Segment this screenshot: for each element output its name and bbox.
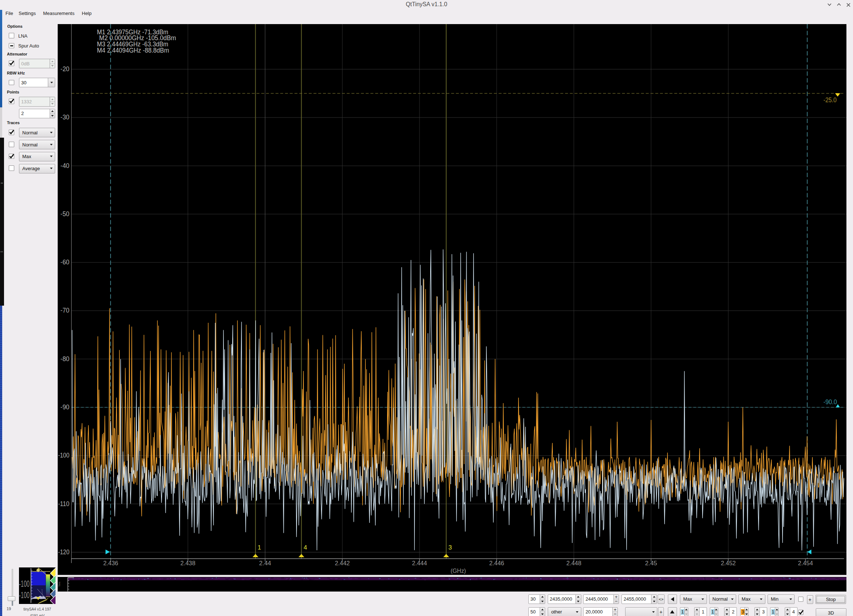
svg-text:-70: -70: [61, 306, 70, 314]
svg-text:2.44: 2.44: [259, 560, 271, 566]
svg-text:-25.0: -25.0: [823, 96, 836, 104]
svg-text:-100: -100: [58, 451, 69, 459]
svg-text:4: 4: [304, 544, 307, 551]
svg-text:(GHz): (GHz): [451, 568, 466, 574]
svg-text:2.436: 2.436: [103, 560, 118, 566]
svg-text:2.442: 2.442: [335, 560, 350, 566]
svg-text:-60: -60: [61, 258, 70, 266]
svg-text:-100: -100: [19, 590, 30, 600]
svg-text:3: 3: [448, 544, 452, 551]
svg-text:2.454: 2.454: [798, 560, 813, 566]
svg-text:-90: -90: [61, 403, 70, 411]
svg-text:2.452: 2.452: [721, 560, 736, 566]
svg-text:1: 1: [258, 544, 261, 551]
svg-text:-100: -100: [19, 579, 30, 589]
svg-text:2.448: 2.448: [566, 560, 581, 566]
svg-text:-50: -50: [61, 210, 70, 218]
svg-text:M4 2.44094GHz -88.8dBm: M4 2.44094GHz -88.8dBm: [97, 47, 169, 54]
svg-text:2.45: 2.45: [645, 560, 657, 566]
svg-text:-40: -40: [61, 162, 70, 170]
svg-text:2.444: 2.444: [412, 560, 427, 566]
svg-text:-80: -80: [61, 355, 70, 363]
svg-text:-90.0: -90.0: [823, 398, 837, 406]
svg-text:Time: Time: [58, 582, 61, 587]
svg-text:2.446: 2.446: [489, 560, 504, 566]
svg-text:-110: -110: [58, 500, 69, 508]
svg-text:-30: -30: [61, 113, 70, 121]
svg-text:2.438: 2.438: [181, 560, 195, 566]
svg-text:-120: -120: [58, 548, 69, 556]
svg-text:-20: -20: [61, 65, 70, 73]
